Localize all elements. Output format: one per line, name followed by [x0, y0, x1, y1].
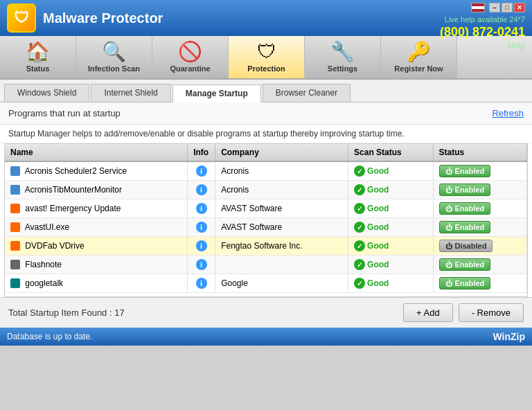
row-company: AVAST Software	[215, 199, 348, 218]
infection-scan-label: Infection Scan	[88, 64, 140, 73]
maximize-button[interactable]: □	[502, 3, 513, 12]
tab-status[interactable]: 🏠 Status	[0, 36, 76, 78]
winzip-brand: WinZip	[493, 331, 525, 342]
row-company	[215, 256, 348, 274]
table-row[interactable]: Flashnote i ✓ Good ⏻ Enabled	[5, 256, 527, 274]
row-scan-status: ✓ Good	[348, 274, 433, 293]
row-scan-status: ✓ Good	[348, 161, 433, 181]
register-icon: 🔑	[407, 40, 431, 63]
infection-scan-icon: 🔍	[102, 40, 126, 63]
row-info: i	[188, 161, 215, 181]
col-company: Company	[215, 144, 348, 161]
row-status: ⏻ Enabled	[433, 274, 527, 293]
row-company: AVAST Software	[215, 218, 348, 237]
row-info: i	[188, 199, 215, 218]
live-help-text: Live help available 24*7	[445, 15, 525, 24]
programs-header: Programs that run at startup Refresh	[0, 102, 532, 125]
close-button[interactable]: ✕	[514, 3, 525, 12]
row-info: i	[188, 218, 215, 237]
row-info: i	[188, 256, 215, 274]
status-label: Status	[26, 64, 50, 73]
row-info: i	[188, 181, 215, 199]
tab-quarantine[interactable]: 🚫 Quarantine	[152, 36, 229, 78]
subtab-browser-cleaner[interactable]: Browser Cleaner	[263, 84, 351, 102]
table-row[interactable]: DVDFab VDrive i Fengtao Software Inc. ✓ …	[5, 237, 527, 256]
row-company: Google	[215, 274, 348, 293]
flag-icon	[471, 3, 485, 12]
status-bar: Database is up to date. WinZip	[0, 328, 532, 346]
row-status: ⏻ Enabled	[433, 181, 527, 199]
quarantine-icon: 🚫	[178, 40, 202, 63]
table-header-row: Name Info Company Scan Status Status	[5, 144, 527, 161]
add-button[interactable]: + Add	[403, 303, 453, 322]
footer-bar: Total Startup Item Found : 17 + Add - Re…	[0, 297, 532, 328]
row-name: DVDFab VDrive	[5, 237, 188, 256]
tab-settings[interactable]: 🔧 Settings	[305, 36, 381, 78]
row-name: AvastUI.exe	[5, 218, 188, 237]
row-name: avast! Emergency Update	[5, 199, 188, 218]
footer-buttons: + Add - Remove	[403, 303, 524, 322]
table-row[interactable]: Acronis Scheduler2 Service i Acronis ✓ G…	[5, 161, 527, 181]
col-info: Info	[188, 144, 215, 161]
row-scan-status: ✓ Good	[348, 237, 433, 256]
tab-infection-scan[interactable]: 🔍 Infection Scan	[76, 36, 152, 78]
row-status: ⏻ Enabled	[433, 199, 527, 218]
table-container[interactable]: Name Info Company Scan Status Status Acr…	[4, 143, 528, 297]
col-status: Status	[433, 144, 527, 161]
settings-label: Settings	[328, 64, 357, 73]
row-status: ⏻ Enabled	[433, 161, 527, 181]
info-text: Startup Manager helps to add/remove/enab…	[0, 125, 532, 143]
tab-protection[interactable]: 🛡 Protection	[229, 36, 305, 78]
app-logo: 🛡	[7, 3, 36, 33]
refresh-link[interactable]: Refresh	[492, 108, 524, 118]
row-scan-status: ✓ Good	[348, 256, 433, 274]
subtab-internet-shield[interactable]: Internet Shield	[91, 84, 170, 102]
row-status: ⏻ Disabled	[433, 237, 527, 256]
app-title: Malware Protector	[43, 10, 163, 26]
row-company: Fengtao Software Inc.	[215, 237, 348, 256]
row-status: ⏻ Enabled	[433, 218, 527, 237]
row-name: Flashnote	[5, 256, 188, 274]
row-company: Acronis	[215, 181, 348, 199]
row-company: Acronis	[215, 161, 348, 181]
table-row[interactable]: googletalk i Google ✓ Good ⏻ Enabled	[5, 274, 527, 293]
title-bar: 🛡 Malware Protector – □ ✕ Live help avai…	[0, 0, 532, 36]
table-row[interactable]: AcronisTibMounterMonitor i Acronis ✓ Goo…	[5, 181, 527, 199]
row-name: googletalk	[5, 274, 188, 293]
help-link[interactable]: Help	[508, 41, 525, 51]
subtab-windows-shield[interactable]: Windows Shield	[4, 84, 89, 102]
quarantine-label: Quarantine	[170, 64, 210, 73]
status-icon: 🏠	[26, 40, 50, 63]
row-scan-status: ✓ Good	[348, 181, 433, 199]
subtab-manage-startup[interactable]: Manage Startup	[172, 84, 261, 102]
remove-button[interactable]: - Remove	[459, 303, 524, 322]
title-bar-right: – □ ✕ Live help available 24*7 (800) 872…	[440, 3, 525, 51]
protection-label: Protection	[247, 64, 285, 73]
protection-icon: 🛡	[257, 40, 276, 63]
row-info: i	[188, 237, 215, 256]
status-text: Database is up to date.	[7, 332, 92, 341]
register-label: Register Now	[394, 64, 443, 73]
row-info: i	[188, 274, 215, 293]
row-scan-status: ✓ Good	[348, 199, 433, 218]
total-items: Total Startup Item Found : 17	[8, 308, 125, 318]
row-name: AcronisTibMounterMonitor	[5, 181, 188, 199]
settings-icon: 🔧	[330, 40, 355, 63]
phone-number: (800) 872-0241	[440, 25, 525, 39]
main-content: Programs that run at startup Refresh Sta…	[0, 102, 532, 328]
row-scan-status: ✓ Good	[348, 218, 433, 237]
col-scan-status: Scan Status	[348, 144, 433, 161]
table-row[interactable]: avast! Emergency Update i AVAST Software…	[5, 199, 527, 218]
col-name: Name	[5, 144, 188, 161]
row-status: ⏻ Enabled	[433, 256, 527, 274]
table-row[interactable]: AvastUI.exe i AVAST Software ✓ Good ⏻ En…	[5, 218, 527, 237]
sub-tabs: Windows Shield Internet Shield Manage St…	[0, 80, 532, 102]
row-name: Acronis Scheduler2 Service	[5, 161, 188, 181]
programs-title: Programs that run at startup	[8, 108, 121, 118]
minimize-button[interactable]: –	[489, 3, 500, 12]
